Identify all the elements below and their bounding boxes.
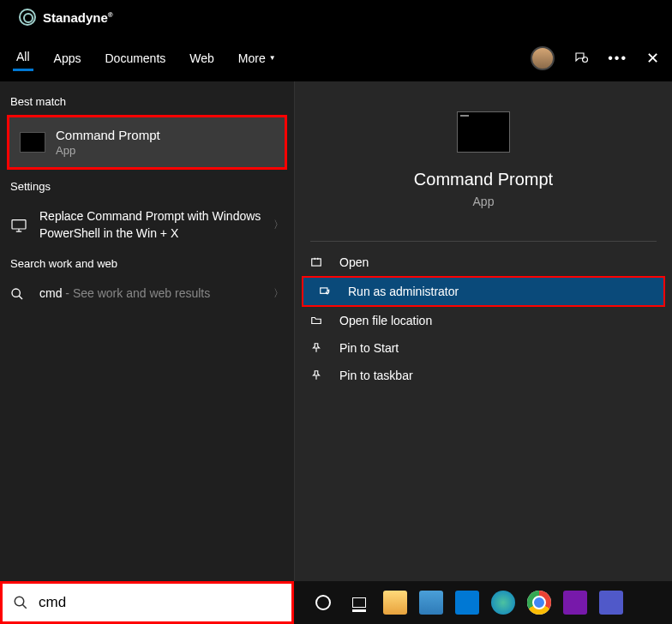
pin-taskbar-icon (310, 369, 327, 381)
search-header: All Apps Documents Web More▼ ••• ✕ (0, 34, 672, 81)
preview-panel: Command Prompt App Open Run as administr… (294, 81, 672, 581)
action-pin-taskbar[interactable]: Pin to taskbar (295, 362, 672, 389)
section-best-match: Best match (0, 90, 294, 113)
tab-documents[interactable]: Documents (101, 45, 169, 71)
section-settings: Settings (0, 175, 294, 198)
results-panel: Best match Command Prompt App Settings R… (0, 81, 294, 581)
preview-subtitle: App (295, 195, 672, 208)
preview-title: Command Prompt (295, 170, 672, 189)
best-match-text: Command Prompt App (56, 128, 274, 157)
user-avatar[interactable] (531, 46, 555, 70)
chevron-right-icon: 〉 (273, 218, 284, 232)
cortana-icon[interactable] (307, 586, 339, 619)
web-result[interactable]: cmd - See work and web results 〉 (0, 275, 294, 313)
feedback-icon[interactable] (573, 51, 589, 66)
settings-result[interactable]: Replace Command Prompt with Windows Powe… (0, 198, 294, 252)
pin-icon (310, 342, 327, 354)
task-view-icon[interactable] (343, 586, 375, 619)
taskbar-store[interactable] (415, 586, 447, 619)
brand-logo-icon (19, 9, 36, 26)
svg-rect-3 (312, 259, 321, 266)
action-run-admin[interactable]: Run as administrator (302, 276, 665, 307)
settings-text: Replace Command Prompt with Windows Powe… (39, 208, 273, 242)
taskbar-chrome[interactable] (523, 586, 555, 619)
tab-more[interactable]: More▼ (235, 45, 279, 71)
taskbar-edge[interactable] (487, 586, 519, 619)
cmd-large-icon (457, 111, 510, 153)
tab-apps[interactable]: Apps (51, 45, 85, 71)
search-input[interactable] (39, 594, 291, 611)
more-options-icon[interactable]: ••• (608, 51, 627, 66)
chevron-right-icon: 〉 (273, 286, 284, 301)
taskbar (294, 581, 672, 624)
main-content: Best match Command Prompt App Settings R… (0, 81, 672, 581)
taskbar-explorer[interactable] (379, 586, 411, 619)
close-icon[interactable]: ✕ (646, 49, 659, 68)
preview-header: Command Prompt App (295, 81, 672, 225)
brand-bar: Stanadyne® (0, 0, 672, 34)
tab-all[interactable]: All (13, 45, 33, 71)
taskbar-teams[interactable] (595, 586, 627, 619)
web-text: cmd - See work and web results (39, 285, 273, 303)
search-magnifier-icon (3, 595, 39, 610)
best-match-result[interactable]: Command Prompt App (7, 115, 287, 170)
open-icon (310, 256, 327, 268)
taskbar-outlook[interactable] (451, 586, 483, 619)
search-icon (10, 287, 31, 301)
filter-tabs: All Apps Documents Web More▼ (13, 45, 531, 71)
best-match-subtitle: App (56, 144, 274, 157)
action-open[interactable]: Open (295, 249, 672, 276)
brand-name: Stanadyne® (43, 10, 113, 25)
action-pin-start[interactable]: Pin to Start (295, 334, 672, 362)
header-actions: ••• ✕ (531, 46, 659, 70)
section-web: Search work and web (0, 252, 294, 275)
taskbar-onenote[interactable] (559, 586, 591, 619)
best-match-title: Command Prompt (56, 128, 274, 142)
search-bar[interactable] (0, 581, 294, 624)
tab-web[interactable]: Web (186, 45, 218, 71)
action-open-location[interactable]: Open file location (295, 307, 672, 334)
divider (310, 241, 657, 242)
svg-point-5 (15, 597, 24, 606)
cmd-icon (20, 132, 45, 153)
folder-icon (310, 315, 327, 327)
admin-shield-icon (319, 285, 336, 297)
svg-point-0 (583, 57, 588, 62)
svg-rect-1 (12, 219, 26, 228)
svg-point-2 (12, 289, 20, 297)
monitor-icon (10, 219, 31, 232)
